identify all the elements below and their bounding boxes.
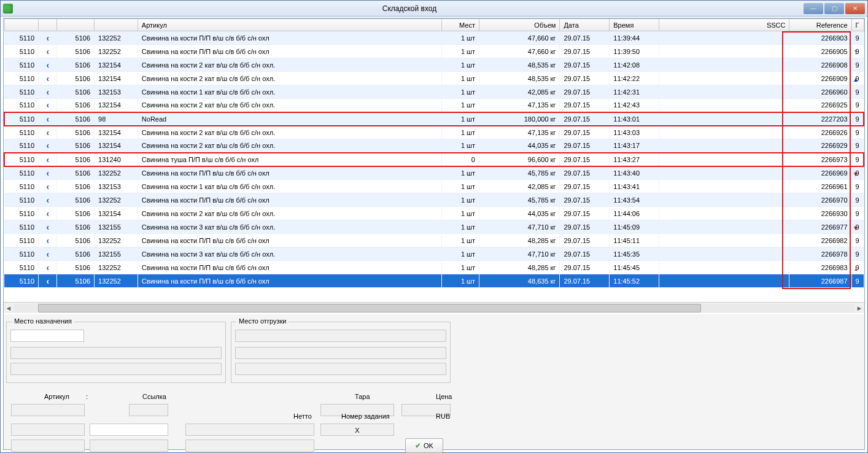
- table-cell[interactable]: 2266903: [789, 31, 851, 45]
- table-cell[interactable]: 5106: [57, 261, 95, 274]
- table-cell[interactable]: 5106: [57, 207, 95, 220]
- table-cell[interactable]: [659, 45, 789, 58]
- table-cell[interactable]: 1 шт: [442, 99, 479, 112]
- table-cell[interactable]: 29.07.15: [560, 180, 610, 193]
- table-cell[interactable]: ‹: [39, 234, 57, 247]
- table-row[interactable]: 5110‹5106131240Свинина туша П/П в/ш с/в …: [4, 153, 864, 166]
- table-cell[interactable]: 42,085 кг: [479, 85, 559, 99]
- table-cell[interactable]: [659, 180, 789, 193]
- table-cell[interactable]: 132252: [95, 234, 138, 247]
- table-row[interactable]: 5110‹5106132252Свинина на кости П/П в/ш …: [4, 193, 864, 207]
- table-cell[interactable]: 5106: [57, 180, 95, 193]
- table-cell[interactable]: 5110: [4, 126, 39, 139]
- table-cell[interactable]: ‹: [39, 126, 57, 139]
- table-cell[interactable]: ‹: [39, 153, 57, 166]
- table-cell[interactable]: 2266929: [789, 139, 851, 153]
- table-cell[interactable]: 11:43:01: [610, 112, 659, 126]
- table-cell[interactable]: 132154: [95, 207, 138, 220]
- table-cell[interactable]: 2266930: [789, 207, 851, 220]
- table-cell[interactable]: 132153: [95, 85, 138, 99]
- col-header-mest[interactable]: Мест: [442, 19, 479, 31]
- table-cell[interactable]: 5106: [57, 274, 95, 288]
- destination-field-1[interactable]: [10, 330, 84, 342]
- table-cell[interactable]: 5106: [57, 247, 95, 261]
- scroll-thumb[interactable]: [38, 304, 701, 312]
- table-cell[interactable]: 5106: [57, 234, 95, 247]
- table-cell[interactable]: 2266909: [789, 72, 851, 85]
- table-cell[interactable]: 47,710 кг: [479, 247, 559, 261]
- table-cell[interactable]: 2266977: [789, 220, 851, 234]
- table-cell[interactable]: 29.07.15: [560, 85, 610, 99]
- table-cell[interactable]: ‹: [39, 31, 57, 45]
- table-cell[interactable]: 132252: [95, 166, 138, 180]
- table-cell[interactable]: Свинина туша П/П в/ш с/в б/б с/н охл: [138, 153, 441, 166]
- table-cell[interactable]: ‹: [39, 193, 57, 207]
- col-header-date[interactable]: Дата: [560, 19, 610, 31]
- col-header-sscc[interactable]: SSCC: [659, 19, 789, 31]
- table-cell[interactable]: [659, 220, 789, 234]
- table-cell[interactable]: 1 шт: [442, 180, 479, 193]
- table-cell[interactable]: Свинина на кости 2 кат в/ш с/в б/б с/н о…: [138, 139, 441, 153]
- table-cell[interactable]: 1 шт: [442, 193, 479, 207]
- table-row[interactable]: 5110‹510698NoRead1 шт180,000 кг29.07.151…: [4, 112, 864, 126]
- table-cell[interactable]: 1 шт: [442, 220, 479, 234]
- table-cell[interactable]: [659, 261, 789, 274]
- col-header-time[interactable]: Время: [610, 19, 659, 31]
- table-cell[interactable]: 5106: [57, 153, 95, 166]
- table-cell[interactable]: [659, 207, 789, 220]
- table-cell[interactable]: 11:43:27: [610, 153, 659, 166]
- table-row[interactable]: 5110‹5106132155Свинина на кости 3 кат в/…: [4, 247, 864, 261]
- table-cell[interactable]: 47,710 кг: [479, 220, 559, 234]
- table-cell[interactable]: 48,535 кг: [479, 58, 559, 72]
- table-cell[interactable]: Свинина на кости 1 кат в/ш с/в б/б с/н о…: [138, 180, 441, 193]
- table-cell[interactable]: 5110: [4, 274, 39, 288]
- table-cell[interactable]: 5110: [4, 139, 39, 153]
- table-cell[interactable]: 44,035 кг: [479, 139, 559, 153]
- table-row[interactable]: 5110‹5106132154Свинина на кости 2 кат в/…: [4, 99, 864, 112]
- table-cell[interactable]: Свинина на кости П/П в/ш с/в б/б с/н охл: [138, 234, 441, 247]
- table-row[interactable]: 5110‹5106132252Свинина на кости П/П в/ш …: [4, 261, 864, 274]
- table-cell[interactable]: 2266970: [789, 193, 851, 207]
- table-row[interactable]: 5110‹5106132154Свинина на кости 2 кат в/…: [4, 126, 864, 139]
- table-cell[interactable]: 45,785 кг: [479, 193, 559, 207]
- col-header-blank3[interactable]: [57, 19, 95, 31]
- table-cell[interactable]: 5110: [4, 234, 39, 247]
- table-cell[interactable]: [659, 31, 789, 45]
- table-cell[interactable]: ‹: [39, 274, 57, 288]
- table-cell[interactable]: ‹: [39, 85, 57, 99]
- table-cell[interactable]: 5110: [4, 166, 39, 180]
- table-cell[interactable]: 48,535 кг: [479, 72, 559, 85]
- table-cell[interactable]: Свинина на кости П/П в/ш с/в б/б с/н охл: [138, 274, 441, 288]
- nav-pageup-button[interactable]: ⤒: [853, 45, 858, 59]
- horizontal-scrollbar[interactable]: ◄ ►: [4, 302, 864, 313]
- table-cell[interactable]: 29.07.15: [560, 153, 610, 166]
- table-cell[interactable]: 11:43:54: [610, 193, 659, 207]
- table-cell[interactable]: 132154: [95, 139, 138, 153]
- table-cell[interactable]: 29.07.15: [560, 139, 610, 153]
- table-row[interactable]: 5110‹5106132252Свинина на кости П/П в/ш …: [4, 274, 864, 288]
- table-cell[interactable]: 29.07.15: [560, 234, 610, 247]
- table-cell[interactable]: 47,660 кг: [479, 45, 559, 58]
- table-cell[interactable]: 2266905: [789, 45, 851, 58]
- table-cell[interactable]: 48,285 кг: [479, 234, 559, 247]
- table-cell[interactable]: 132252: [95, 261, 138, 274]
- nav-pagedown-button[interactable]: ▼: [853, 221, 859, 234]
- table-row[interactable]: 5110‹5106132154Свинина на кости 2 кат в/…: [4, 72, 864, 85]
- table-cell[interactable]: 29.07.15: [560, 247, 610, 261]
- table-cell[interactable]: 29.07.15: [560, 274, 610, 288]
- table-cell[interactable]: 29.07.15: [560, 99, 610, 112]
- table-cell[interactable]: 1 шт: [442, 274, 479, 288]
- table-cell[interactable]: ‹: [39, 58, 57, 72]
- table-cell[interactable]: 1 шт: [442, 112, 479, 126]
- table-cell[interactable]: 2266926: [789, 126, 851, 139]
- table-cell[interactable]: 5106: [57, 45, 95, 58]
- table-cell[interactable]: 5106: [57, 126, 95, 139]
- table-cell[interactable]: 11:45:45: [610, 261, 659, 274]
- table-cell[interactable]: 5110: [4, 112, 39, 126]
- table-cell[interactable]: 1 шт: [442, 166, 479, 180]
- table-cell[interactable]: 11:43:17: [610, 139, 659, 153]
- table-cell[interactable]: 5106: [57, 139, 95, 153]
- table-cell[interactable]: 45,785 кг: [479, 166, 559, 180]
- table-row[interactable]: 5110‹5106132155Свинина на кости 3 кат в/…: [4, 220, 864, 234]
- maximize-button[interactable]: ▢: [824, 3, 844, 14]
